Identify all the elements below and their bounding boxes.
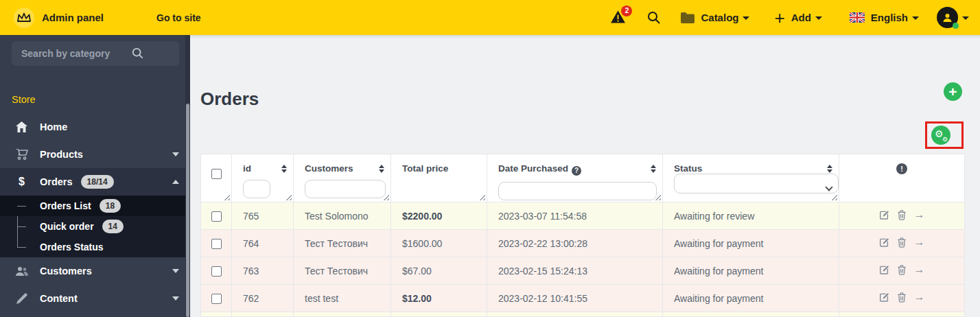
cell-customer: Тест Тестович <box>294 257 391 285</box>
sidebar-scrollbar-thumb[interactable] <box>186 104 189 317</box>
language-menu[interactable]: English <box>850 12 919 23</box>
delete-order-icon[interactable] <box>897 237 907 248</box>
crown-logo-icon[interactable] <box>14 8 34 28</box>
add-menu[interactable]: + Add <box>774 11 821 25</box>
cell-total: $1600.00 <box>391 230 487 257</box>
sidebar-item-orders[interactable]: $ Orders 18/14 <box>0 168 190 196</box>
column-resize-handle[interactable] <box>285 193 292 200</box>
orders-list-count-badge: 18 <box>100 199 121 213</box>
chevron-up-icon <box>172 180 179 184</box>
sidebar-nav: Home Products $ Orders 18/14 <box>0 113 190 312</box>
sort-icon[interactable] <box>281 165 287 173</box>
tree-line <box>17 206 26 207</box>
cell-date: 2023-03-07 11:54:58 <box>487 202 663 230</box>
sidebar-item-orders-list[interactable]: Orders List 18 <box>0 196 190 216</box>
edit-order-icon[interactable] <box>879 265 889 275</box>
orders-table: id Customers <box>200 154 964 317</box>
sidebar-item-home[interactable]: Home <box>0 113 190 141</box>
cell-total: $67.00 <box>391 257 487 285</box>
cell-date: 2023-02-12 10:41:55 <box>487 285 663 312</box>
main-content: Orders + ⚙ ⚙ <box>190 35 980 317</box>
header-actions: ! <box>839 154 965 202</box>
date-filter-input[interactable] <box>498 182 657 200</box>
edit-order-icon[interactable] <box>879 292 889 303</box>
customers-filter-input[interactable] <box>305 180 386 198</box>
cell-total: $12.00 <box>391 285 487 312</box>
caret-down-icon <box>912 16 919 20</box>
select-all-checkbox[interactable] <box>211 169 222 179</box>
info-icon[interactable]: ! <box>896 163 907 174</box>
category-search-input[interactable] <box>12 41 179 66</box>
status-filter-select[interactable] <box>674 174 839 193</box>
brand-title[interactable]: Admin panel <box>42 12 104 23</box>
language-label: English <box>871 12 908 23</box>
header-select-all <box>201 154 232 202</box>
sidebar-item-content[interactable]: Content <box>0 285 190 312</box>
user-menu[interactable] <box>937 7 969 28</box>
column-resize-handle[interactable] <box>223 193 230 200</box>
cell-date: 2023-02-15 15:24:13 <box>487 257 663 285</box>
header-total-price: Total price <box>391 154 487 202</box>
delete-order-icon[interactable] <box>897 265 907 275</box>
edit-order-icon[interactable] <box>879 237 889 248</box>
catalog-label: Catalog <box>701 12 738 23</box>
chevron-down-icon <box>172 296 179 301</box>
cell-total: $2200.00 <box>391 202 487 230</box>
row-checkbox[interactable] <box>211 266 222 277</box>
go-to-site-link[interactable]: Go to site <box>156 12 201 23</box>
sort-icon[interactable] <box>379 165 384 173</box>
row-checkbox[interactable] <box>211 211 222 222</box>
cell-status: Awaiting for payment <box>663 285 839 312</box>
edit-order-icon[interactable] <box>879 210 889 220</box>
page-title: Orders <box>200 89 259 110</box>
table-row: 765 Test Solomono $2200.00 2023-03-07 11… <box>201 202 965 230</box>
sidebar-item-quick-order[interactable]: Quick order 14 <box>0 216 190 237</box>
cell-id: 765 <box>232 202 294 230</box>
sidebar-item-customers[interactable]: Customers <box>0 257 190 285</box>
column-resize-handle[interactable] <box>830 193 837 200</box>
plus-icon: + <box>774 11 784 25</box>
help-icon[interactable]: ? <box>572 166 581 176</box>
header-date-purchased: Date Purchased? <box>487 154 663 202</box>
folder-icon <box>681 12 695 23</box>
highlight-red-box: ⚙ ⚙ <box>925 121 964 149</box>
column-resize-handle[interactable] <box>478 193 485 200</box>
sidebar-item-products[interactable]: Products <box>0 141 190 168</box>
delete-order-icon[interactable] <box>897 292 907 303</box>
home-icon <box>14 121 29 132</box>
open-order-icon[interactable]: → <box>914 237 925 248</box>
open-order-icon[interactable]: → <box>914 292 925 303</box>
tree-line <box>17 226 26 227</box>
caret-down-icon <box>743 16 749 20</box>
cart-icon <box>14 149 29 160</box>
cell-status: Awaiting for payment <box>663 230 839 257</box>
delete-order-icon[interactable] <box>897 210 907 220</box>
table-row: 764 Тест Тестович $1600.00 2023-02-22 13… <box>201 230 965 257</box>
add-order-button[interactable]: + <box>944 82 962 101</box>
id-filter-input[interactable] <box>243 180 270 198</box>
open-order-icon[interactable]: → <box>914 209 925 220</box>
sidebar-item-label: Orders <box>40 176 73 187</box>
table-settings-button[interactable]: ⚙ ⚙ <box>931 126 950 145</box>
open-order-icon[interactable]: → <box>914 264 925 275</box>
column-label: id <box>243 163 251 174</box>
row-checkbox[interactable] <box>211 294 222 304</box>
column-label: Status <box>674 163 702 174</box>
add-label: Add <box>791 12 811 23</box>
sidebar-search-row <box>0 35 190 66</box>
cell-id: 764 <box>232 230 294 257</box>
alerts-button[interactable]: 2 <box>611 10 625 25</box>
uk-flag-icon <box>850 12 865 23</box>
dollar-icon: $ <box>14 176 29 188</box>
sort-icon[interactable] <box>827 165 832 173</box>
global-search-button[interactable] <box>647 11 660 24</box>
sort-icon[interactable] <box>651 165 656 173</box>
pencil-icon <box>14 293 29 304</box>
header-customers: Customers <box>294 154 391 202</box>
cell-customer: test test <box>294 285 391 312</box>
sidebar-item-orders-status[interactable]: Orders Status <box>0 237 190 257</box>
catalog-menu[interactable]: Catalog <box>681 12 749 23</box>
row-checkbox[interactable] <box>211 239 222 249</box>
cell-customer: Тест Тестович <box>294 230 391 257</box>
chevron-down-icon <box>172 269 179 273</box>
